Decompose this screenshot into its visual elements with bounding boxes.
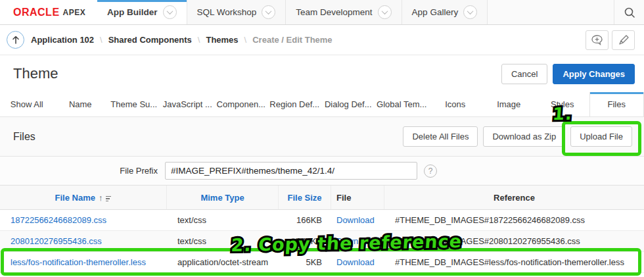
sort-order-icon: [106, 196, 111, 202]
feedback-button[interactable]: [586, 30, 609, 50]
apply-changes-button[interactable]: Apply Changes: [553, 64, 635, 84]
download-link[interactable]: Download: [336, 215, 375, 225]
nav-tab-app-gallery[interactable]: App Gallery: [402, 0, 488, 24]
file-prefix-row: File Prefix ?: [0, 157, 644, 185]
breadcrumb-current: Create / Edit Theme: [252, 35, 332, 45]
nav-tab-app-builder[interactable]: App Builder: [97, 0, 187, 24]
column-header-reference: Reference: [384, 186, 644, 209]
chevron-down-icon[interactable]: [463, 5, 477, 19]
files-section-title: Files: [13, 131, 35, 143]
top-nav: ORACLE APEX App Builder SQL Workshop Tea…: [0, 0, 644, 25]
tab-region-defaults[interactable]: Region Def...: [268, 92, 322, 116]
nav-tab-label: App Gallery: [412, 7, 459, 17]
tab-javascript[interactable]: JavaScript ...: [161, 92, 215, 116]
files-table-header: File Name ↑ Mime Type File Size File Ref…: [0, 186, 644, 210]
delete-all-files-button[interactable]: Delete All Files: [403, 126, 478, 147]
search-icon: [624, 7, 635, 18]
up-arrow-icon: [12, 36, 20, 44]
breadcrumb-bar: Application 102 \ Shared Components \ Th…: [0, 25, 644, 55]
breadcrumb-item-themes[interactable]: Themes: [206, 35, 238, 45]
nav-tab-label: SQL Workshop: [197, 7, 257, 17]
mime-type-cell: text/css: [167, 215, 279, 225]
breadcrumb-item-shared-components[interactable]: Shared Components: [108, 35, 192, 45]
file-name-link[interactable]: 2080120276955436.css: [11, 236, 102, 246]
cancel-button[interactable]: Cancel: [501, 64, 547, 84]
column-header-file: File: [331, 186, 384, 209]
apex-wordmark: APEX: [63, 8, 86, 17]
feedback-bubble-plus-icon: [591, 34, 603, 46]
files-table-body: 18722566246682089.css text/css 166KB Dow…: [0, 210, 644, 273]
tab-files[interactable]: Files: [589, 92, 644, 116]
breadcrumb-item-application[interactable]: Application 102: [31, 35, 94, 45]
oracle-wordmark: ORACLE: [13, 7, 60, 18]
file-size-cell: 5KB: [279, 257, 331, 267]
breadcrumb-separator: \: [100, 35, 103, 45]
sort-ascending-icon: ↑: [99, 193, 103, 203]
nav-tab-label: App Builder: [107, 7, 158, 17]
download-as-zip-button[interactable]: Download as Zip: [483, 126, 565, 147]
chevron-down-icon[interactable]: [378, 5, 392, 19]
tab-component-defaults[interactable]: Componen...: [214, 92, 268, 116]
tab-show-all[interactable]: Show All: [0, 92, 54, 116]
nav-tab-label: Team Development: [296, 7, 372, 17]
help-icon[interactable]: ?: [424, 164, 437, 178]
download-link[interactable]: Download: [336, 236, 375, 246]
tab-styles[interactable]: Styles: [536, 92, 589, 116]
file-name-link[interactable]: 18722566246682089.css: [11, 215, 106, 225]
mime-type-cell: text/css: [167, 236, 279, 246]
theme-section-tabs: Show All Name Theme Su... JavaScript ...…: [0, 92, 644, 116]
files-table: File Name ↑ Mime Type File Size File Ref…: [0, 185, 644, 273]
file-name-link[interactable]: less/fos-notification-themeroller.less: [11, 257, 146, 267]
mime-type-cell: application/octet-stream: [167, 257, 279, 267]
file-size-cell: 166KB: [279, 215, 331, 225]
tab-dialog-defaults[interactable]: Dialog Def...: [321, 92, 375, 116]
page-title: Theme: [13, 65, 58, 82]
breadcrumb-up-button[interactable]: [7, 31, 24, 49]
table-row: less/fos-notification-themeroller.less a…: [0, 252, 644, 273]
nav-tab-sql-workshop[interactable]: SQL Workshop: [187, 0, 287, 24]
tab-theme-subscription[interactable]: Theme Su...: [107, 92, 161, 116]
chevron-down-icon[interactable]: [262, 5, 275, 19]
download-link[interactable]: Download: [336, 257, 375, 267]
files-section-header: Files Delete All Files Download as Zip U…: [0, 116, 644, 157]
search-button[interactable]: [614, 0, 644, 24]
apex-theme-files-page: ORACLE APEX App Builder SQL Workshop Tea…: [0, 0, 644, 277]
title-actions: Cancel Apply Changes: [501, 64, 635, 84]
customize-page-button[interactable]: [612, 30, 635, 50]
breadcrumb-separator: \: [244, 35, 247, 45]
reference-cell: #THEME_DB_IMAGES#2080120276955436.css: [384, 236, 644, 246]
file-prefix-input[interactable]: [165, 162, 417, 180]
breadcrumb-actions: [586, 30, 635, 50]
files-actions: Delete All Files Download as Zip Upload …: [403, 126, 632, 147]
tab-name[interactable]: Name: [54, 92, 108, 116]
column-header-file-size[interactable]: File Size: [279, 186, 331, 209]
upload-file-button[interactable]: Upload File: [570, 126, 632, 147]
nav-spacer: [488, 0, 614, 24]
table-row: 2080120276955436.css text/css 144KB Down…: [0, 231, 644, 252]
reference-cell: #THEME_DB_IMAGES#18722566246682089.css: [384, 215, 644, 225]
tab-image[interactable]: Image: [482, 92, 536, 116]
nav-tab-team-development[interactable]: Team Development: [286, 0, 402, 24]
table-row: 18722566246682089.css text/css 166KB Dow…: [0, 210, 644, 231]
column-header-file-name[interactable]: File Name ↑: [0, 186, 167, 209]
column-header-mime-type[interactable]: Mime Type: [167, 186, 279, 209]
pencil-icon: [618, 34, 630, 46]
reference-cell: #THEME_DB_IMAGES#less/fos-notification-t…: [384, 257, 644, 267]
oracle-apex-logo: ORACLE APEX: [0, 0, 97, 24]
tab-global-templates[interactable]: Global Tem...: [375, 92, 429, 116]
file-prefix-label: File Prefix: [0, 166, 165, 176]
breadcrumb: Application 102 \ Shared Components \ Th…: [31, 35, 333, 45]
breadcrumb-separator: \: [198, 35, 200, 45]
file-size-cell: 144KB: [279, 236, 331, 246]
title-bar: Theme Cancel Apply Changes: [0, 55, 644, 92]
chevron-down-icon[interactable]: [163, 5, 177, 19]
tab-icons[interactable]: Icons: [428, 92, 482, 116]
